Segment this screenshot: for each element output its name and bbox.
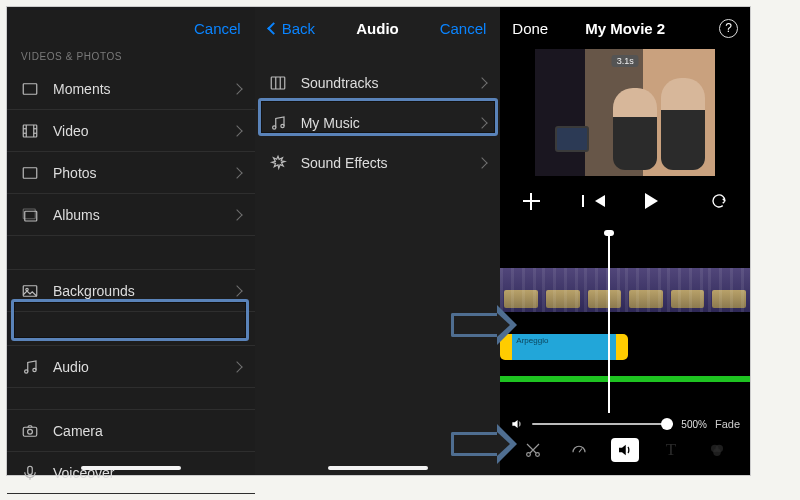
transport-bar (500, 176, 750, 224)
audio-clip-handle-left[interactable] (500, 334, 512, 360)
row-my-music[interactable]: My Music (255, 103, 501, 143)
svg-rect-18 (271, 77, 285, 89)
video-thumb[interactable] (584, 268, 626, 312)
svg-point-23 (527, 453, 531, 457)
svg-rect-0 (23, 83, 37, 94)
chevron-right-icon (231, 209, 242, 220)
audio-browser-panel: Back Audio Cancel Soundtracks My Music S… (255, 7, 501, 475)
svg-point-22 (281, 124, 284, 127)
home-indicator[interactable] (328, 466, 428, 470)
svg-point-16 (28, 429, 33, 434)
mic-icon (21, 464, 39, 482)
volume-percent: 500% (681, 419, 707, 430)
titles-tool[interactable]: T (657, 438, 685, 462)
row-backgrounds[interactable]: Backgrounds (7, 270, 255, 312)
camera-icon (21, 422, 39, 440)
albums-icon (21, 206, 39, 224)
row-label: Soundtracks (301, 75, 465, 91)
slider-knob[interactable] (661, 418, 673, 430)
row-photos[interactable]: Photos (7, 152, 255, 194)
row-soundtracks[interactable]: Soundtracks (255, 63, 501, 103)
chevron-right-icon (231, 167, 242, 178)
secondary-audio-track[interactable] (500, 376, 750, 382)
music-icon (269, 114, 287, 132)
help-button[interactable]: ? (719, 19, 738, 38)
row-label: Albums (53, 207, 219, 223)
row-albums[interactable]: Albums (7, 194, 255, 236)
play-icon (645, 193, 658, 209)
video-thumb[interactable] (542, 268, 584, 312)
add-media-button[interactable] (516, 186, 546, 216)
row-audio[interactable]: Audio (7, 346, 255, 388)
row-label: Backgrounds (53, 283, 219, 299)
row-video[interactable]: Video (7, 110, 255, 152)
row-camera[interactable]: Camera (7, 410, 255, 452)
cancel-button[interactable]: Cancel (440, 20, 487, 37)
svg-rect-1 (23, 125, 37, 137)
chevron-left-icon (267, 22, 280, 35)
video-track[interactable] (500, 268, 750, 312)
home-indicator[interactable] (81, 466, 181, 470)
cancel-button[interactable]: Cancel (194, 20, 241, 37)
chevron-right-icon (477, 157, 488, 168)
chevron-right-icon (231, 361, 242, 372)
svg-rect-17 (28, 466, 33, 474)
chevron-right-icon (477, 117, 488, 128)
video-thumb[interactable] (500, 268, 542, 312)
video-preview[interactable]: 3.1s (535, 49, 715, 176)
row-moments[interactable]: Moments (7, 68, 255, 110)
plus-icon (523, 193, 540, 210)
soundtracks-icon (269, 74, 287, 92)
playhead[interactable] (608, 234, 610, 434)
row-label: Moments (53, 81, 219, 97)
media-browser-panel: Cancel VIDEOS & PHOTOS Moments Video Pho… (7, 7, 255, 475)
music-icon (21, 358, 39, 376)
film-icon (21, 122, 39, 140)
video-thumb[interactable] (708, 268, 750, 312)
row-sound-effects[interactable]: Sound Effects (255, 143, 501, 183)
chevron-right-icon (231, 285, 242, 296)
volume-slider[interactable] (532, 423, 673, 425)
video-thumb[interactable] (667, 268, 709, 312)
row-label: Photos (53, 165, 219, 181)
backgrounds-icon (21, 282, 39, 300)
preview-frame-detail (613, 88, 657, 170)
svg-point-24 (536, 453, 540, 457)
preview-frame-detail (661, 78, 705, 170)
audio-clip-handle-right[interactable] (616, 334, 628, 360)
back-button[interactable]: Back (269, 20, 315, 37)
play-button[interactable] (635, 186, 665, 216)
row-voiceover[interactable]: Voiceover (7, 452, 255, 494)
volume-strip: 500% Fade (500, 413, 750, 435)
section-gap (7, 312, 255, 346)
editor-header: Done My Movie 2 ? (500, 7, 750, 49)
row-label: Sound Effects (301, 155, 465, 171)
chevron-right-icon (477, 77, 488, 88)
section-gap (7, 388, 255, 410)
svg-point-13 (25, 369, 28, 372)
panel2-header: Back Audio Cancel (255, 7, 501, 49)
video-thumb[interactable] (625, 268, 667, 312)
timeline[interactable]: Arpeggio (500, 224, 750, 392)
svg-rect-8 (23, 167, 37, 178)
volume-tool[interactable] (611, 438, 639, 462)
svg-rect-15 (23, 427, 37, 436)
photos-icon (21, 164, 39, 182)
section-gap (7, 236, 255, 270)
speed-tool[interactable] (565, 438, 593, 462)
chevron-right-icon (231, 83, 242, 94)
filters-tool[interactable] (703, 438, 731, 462)
speaker-icon (510, 417, 524, 431)
done-button[interactable]: Done (512, 20, 548, 37)
fade-button[interactable]: Fade (715, 418, 740, 430)
undo-icon (710, 192, 728, 210)
svg-point-14 (33, 368, 36, 371)
svg-point-28 (713, 449, 721, 457)
row-label: Audio (53, 359, 219, 375)
audio-clip[interactable]: Arpeggio (512, 334, 616, 360)
skip-previous-button[interactable] (585, 186, 615, 216)
svg-point-21 (272, 126, 275, 129)
undo-button[interactable] (704, 186, 734, 216)
burst-icon (269, 154, 287, 172)
cut-tool[interactable] (519, 438, 547, 462)
